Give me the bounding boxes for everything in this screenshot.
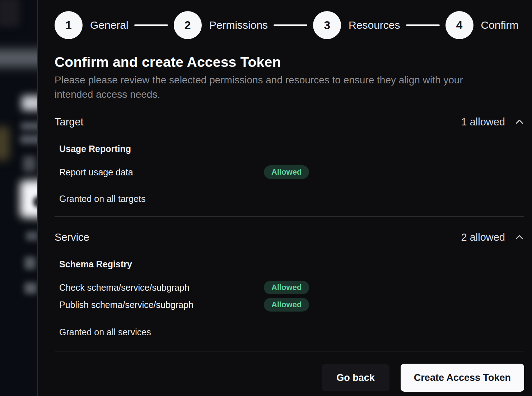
background-blur-shape	[24, 257, 36, 270]
background-blur-shape	[26, 231, 38, 241]
step-connector-line	[406, 24, 440, 26]
create-access-token-button[interactable]: Create Access Token	[401, 364, 524, 392]
service-footnote: Granted on all services	[55, 327, 524, 337]
permission-group-heading: Usage Reporting	[59, 144, 524, 154]
go-back-button[interactable]: Go back	[322, 364, 389, 391]
background-blur-shape	[21, 122, 38, 130]
background-blur-shape	[0, 126, 9, 160]
page-subtitle: Please please review the selected permis…	[55, 73, 496, 102]
service-permission-group: Schema Registry Check schema/service/sub…	[55, 259, 524, 312]
permission-label: Check schema/service/subgraph	[59, 282, 264, 293]
background-blur-shape	[0, 50, 38, 67]
service-section-header[interactable]: Service 2 allowed	[55, 231, 524, 243]
step-general[interactable]: 1 General	[55, 11, 129, 39]
step-label: General	[90, 19, 129, 31]
background-blur-shape	[20, 135, 38, 144]
step-label: Resources	[349, 19, 400, 31]
background-blur-shape	[24, 282, 37, 294]
wizard-stepper: 1 General 2 Permissions 3 Resources 4 Co…	[55, 11, 524, 39]
step-number-circle: 1	[55, 11, 83, 39]
allowed-badge: Allowed	[264, 298, 309, 312]
section-summary: 2 allowed	[461, 231, 524, 243]
allowed-count: 1 allowed	[461, 116, 505, 128]
step-permissions[interactable]: 2 Permissions	[174, 11, 268, 39]
section-divider	[55, 216, 524, 217]
step-number-circle: 2	[174, 11, 202, 39]
step-connector-line	[134, 24, 168, 26]
background-blur-shape	[0, 0, 20, 27]
section-summary: 1 allowed	[461, 116, 524, 128]
permission-row: Check schema/service/subgraph Allowed	[59, 280, 524, 295]
chevron-up-icon[interactable]	[515, 233, 524, 242]
section-title: Target	[55, 116, 84, 128]
allowed-count: 2 allowed	[461, 231, 505, 243]
target-permission-group: Usage Reporting Report usage data Allowe…	[55, 144, 524, 179]
step-resources[interactable]: 3 Resources	[313, 11, 400, 39]
section-title: Service	[55, 231, 89, 243]
step-label: Permissions	[209, 19, 268, 31]
allowed-badge: Allowed	[264, 281, 309, 294]
permission-label: Publish schema/service/subgraph	[59, 300, 264, 310]
permission-label: Report usage data	[59, 167, 264, 178]
step-number-circle: 4	[445, 11, 473, 39]
footer-divider	[55, 351, 524, 351]
create-access-token-modal: 1 General 2 Permissions 3 Resources 4 Co…	[39, 0, 532, 396]
permission-row: Report usage data Allowed	[59, 165, 524, 179]
background-blur-shape	[23, 156, 36, 172]
background-blur-shape	[22, 96, 38, 111]
step-confirm[interactable]: 4 Confirm	[445, 11, 519, 39]
target-footnote: Granted on all targets	[55, 194, 524, 204]
page-title: Confirm and create Access Token	[55, 54, 524, 70]
permission-row: Publish schema/service/subgraph Allowed	[59, 298, 524, 312]
step-label: Confirm	[481, 19, 519, 31]
background-sidebar-blurred	[0, 0, 38, 396]
allowed-badge: Allowed	[264, 165, 309, 179]
permission-group-heading: Schema Registry	[59, 259, 524, 270]
chevron-up-icon[interactable]	[515, 118, 524, 127]
target-section-header[interactable]: Target 1 allowed	[55, 116, 524, 128]
modal-footer: Go back Create Access Token	[55, 364, 524, 392]
step-connector-line	[274, 24, 307, 26]
step-number-circle: 3	[313, 11, 341, 39]
